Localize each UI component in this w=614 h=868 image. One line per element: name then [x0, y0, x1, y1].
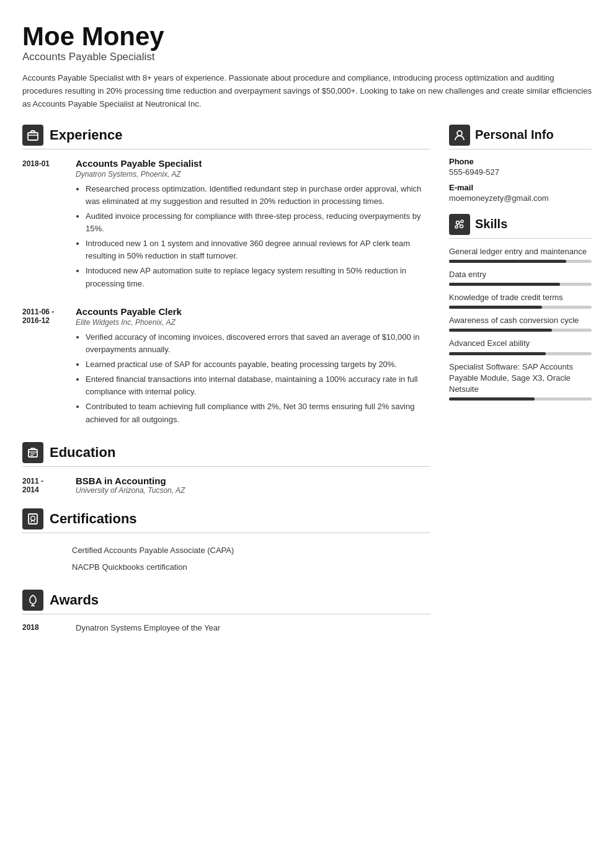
bullet-item: Intoduced new AP automation suite to rep…	[86, 265, 430, 290]
bullet-item: Learned practical use of SAP for account…	[86, 358, 430, 371]
skill-name: Data entry	[449, 269, 592, 280]
award-description: Dynatron Systems Employee of the Year	[76, 623, 220, 632]
experience-body: Accounts Payable Specialist Dynatron Sys…	[76, 158, 430, 293]
school-name: University of Arizona, Tucson, AZ	[76, 486, 430, 495]
company-name: Elite Widgets Inc, Phoenix, AZ	[76, 318, 430, 327]
email-value: moemoneyzety@gmail.com	[449, 193, 592, 203]
personal-info-icon	[449, 125, 470, 146]
certifications-section-header: Certifications	[22, 508, 430, 533]
skill-item: Advanced Excel ability	[449, 338, 592, 355]
bullet-item: Entered financial transactions into inte…	[86, 373, 430, 398]
experience-section-header: Experience	[22, 125, 430, 149]
svg-rect-6	[29, 514, 37, 524]
certifications-icon	[22, 508, 43, 529]
certifications-list: Certified Accounts Payable Associate (CA…	[22, 542, 430, 576]
skill-bar-background	[449, 306, 592, 309]
experience-date: 2018-01	[22, 158, 67, 293]
awards-title: Awards	[50, 592, 99, 608]
skill-bar-fill	[449, 352, 546, 355]
awards-icon	[22, 590, 43, 611]
skill-item: Awareness of cash conversion cycle	[449, 315, 592, 332]
skill-bar-fill	[449, 397, 535, 401]
skills-title: Skills	[475, 217, 507, 231]
experience-list: 2018-01 Accounts Payable Specialist Dyna…	[22, 158, 430, 428]
skill-name: General ledger entry and maintenance	[449, 246, 592, 257]
award-entry: 2018 Dynatron Systems Employee of the Ye…	[22, 623, 430, 632]
experience-date: 2011-06 -2016-12	[22, 306, 67, 428]
bullet-item: Audited invoice processing for complianc…	[86, 210, 430, 235]
skill-bar-background	[449, 352, 592, 355]
skill-name: Awareness of cash conversion cycle	[449, 315, 592, 326]
candidate-name: Moe Money	[22, 22, 592, 51]
skill-bar-background	[449, 260, 592, 263]
job-bullets: Researched process optimization. Identif…	[76, 183, 430, 290]
awards-section-header: Awards	[22, 590, 430, 614]
svg-point-10	[457, 131, 462, 136]
experience-entry: 2011-06 -2016-12 Accounts Payable Clerk …	[22, 306, 430, 428]
education-section-header: Education	[22, 442, 430, 467]
education-icon	[22, 442, 43, 463]
skill-bar-background	[449, 397, 592, 401]
skill-item: Data entry	[449, 269, 592, 286]
education-list: 2011 -2014 BSBA in Accounting University…	[22, 476, 430, 495]
experience-icon	[22, 125, 43, 146]
svg-point-13	[455, 226, 458, 228]
svg-rect-2	[29, 450, 37, 457]
skills-icon	[449, 214, 470, 235]
education-title: Education	[50, 445, 115, 461]
bullet-item: Verified accuracy of incoming invoices, …	[86, 331, 430, 356]
degree-name: BSBA in Accounting	[76, 476, 430, 486]
skills-section: Skills General ledger entry and maintena…	[449, 214, 592, 401]
svg-rect-0	[28, 133, 38, 140]
skill-item: Knowledge of trade credit terms	[449, 292, 592, 309]
experience-body: Accounts Payable Clerk Elite Widgets Inc…	[76, 306, 430, 428]
bullet-item: Contributed to team achieving full compl…	[86, 401, 430, 425]
svg-point-7	[31, 516, 35, 520]
candidate-summary: Accounts Payable Specialist with 8+ year…	[22, 72, 592, 110]
phone-value: 555-6949-527	[449, 167, 592, 177]
awards-list: 2018 Dynatron Systems Employee of the Ye…	[22, 623, 430, 632]
skill-item: Specialist Software: SAP Accounts Payabl…	[449, 361, 592, 401]
skill-bar-fill	[449, 306, 542, 309]
skills-list: General ledger entry and maintenance Dat…	[449, 246, 592, 401]
certifications-title: Certifications	[50, 511, 137, 527]
education-date: 2011 -2014	[22, 476, 67, 495]
skill-bar-fill	[449, 283, 560, 286]
phone-label: Phone	[449, 157, 592, 166]
right-column: Personal Info Phone 555-6949-527 E-mail …	[449, 125, 592, 632]
email-label: E-mail	[449, 183, 592, 192]
certification-item: Certified Accounts Payable Associate (CA…	[22, 542, 430, 559]
award-date: 2018	[22, 623, 67, 632]
personal-info-section-header: Personal Info	[449, 125, 592, 149]
experience-title: Experience	[50, 127, 122, 143]
education-entry: 2011 -2014 BSBA in Accounting University…	[22, 476, 430, 495]
skill-bar-background	[449, 329, 592, 332]
bullet-item: Introduced new 1 on 1 system and innovat…	[86, 237, 430, 262]
skill-item: General ledger entry and maintenance	[449, 246, 592, 263]
skill-name: Knowledge of trade credit terms	[449, 292, 592, 303]
svg-point-11	[456, 221, 460, 224]
experience-entry: 2018-01 Accounts Payable Specialist Dyna…	[22, 158, 430, 293]
company-name: Dynatron Systems, Phoenix, AZ	[76, 170, 430, 179]
job-title: Accounts Payable Specialist	[76, 158, 430, 169]
svg-point-12	[461, 220, 463, 223]
svg-line-17	[460, 222, 461, 223]
education-body: BSBA in Accounting University of Arizona…	[76, 476, 430, 495]
skills-section-header: Skills	[449, 214, 592, 239]
personal-info-title: Personal Info	[475, 128, 554, 142]
left-column: Experience 2018-01 Accounts Payable Spec…	[22, 125, 430, 632]
skill-name: Specialist Software: SAP Accounts Payabl…	[449, 361, 592, 396]
skill-name: Advanced Excel ability	[449, 338, 592, 349]
skill-bar-background	[449, 283, 592, 286]
certification-item: NACPB Quickbooks certification	[22, 559, 430, 576]
job-title: Accounts Payable Clerk	[76, 306, 430, 317]
job-bullets: Verified accuracy of incoming invoices, …	[76, 331, 430, 426]
bullet-item: Researched process optimization. Identif…	[86, 183, 430, 208]
candidate-title: Accounts Payable Specialist	[22, 51, 592, 63]
skill-bar-fill	[449, 329, 552, 332]
skill-bar-fill	[449, 260, 566, 263]
